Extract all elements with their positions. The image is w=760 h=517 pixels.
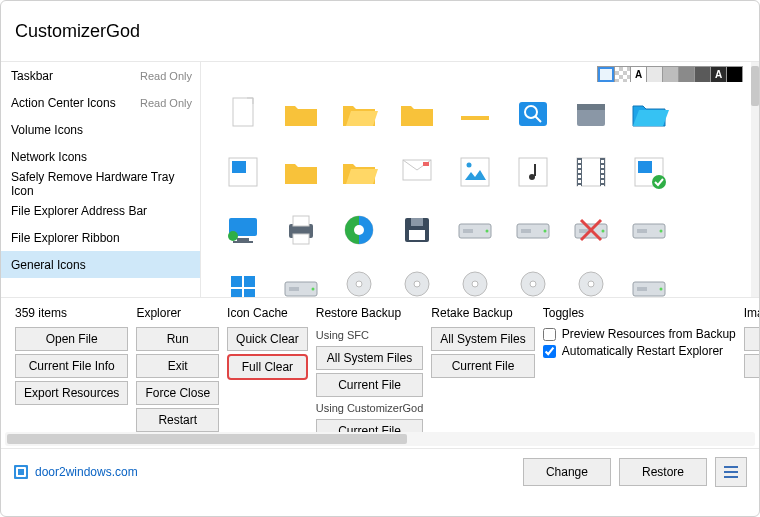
svg-point-12 [467,163,472,168]
drive3-icon[interactable] [625,206,673,254]
current-file-button[interactable]: Current File [431,354,534,378]
svg-rect-39 [293,234,309,244]
background-palette[interactable]: AA [597,66,743,82]
sidebar-item[interactable]: General Icons [1,251,200,278]
svg-point-52 [602,230,605,233]
sidebar-item[interactable]: Safely Remove Hardware Tray Icon [1,170,200,197]
monitor-icon[interactable] [219,206,267,254]
sidebar-item[interactable]: Network Icons [1,143,200,170]
music-file-icon[interactable] [509,148,557,196]
all-system-files-button[interactable]: All System Files [431,327,534,351]
palette-swatch[interactable] [614,67,630,82]
svg-rect-22 [578,170,581,173]
palette-swatch[interactable] [694,67,710,82]
toggle-preview-resources-from-backup[interactable]: Preview Resources from Backup [543,327,736,341]
dvd-rom-icon[interactable]: DVD-ROM [509,264,557,297]
svg-rect-93 [637,287,647,291]
export-resources-button[interactable]: Export Resources [15,381,128,405]
folder-generic-icon[interactable] [393,90,441,138]
folder-open2-icon[interactable] [335,148,383,196]
envelope-page-icon[interactable] [393,148,441,196]
drive2-icon[interactable] [509,206,557,254]
window-app-icon[interactable] [219,148,267,196]
current-file-button[interactable]: Current File [316,373,424,397]
drive5-icon[interactable] [625,264,673,297]
folder-alt-icon[interactable] [567,90,615,138]
hamburger-menu[interactable] [715,457,747,487]
start-tiles-icon[interactable] [219,264,267,297]
change-button[interactable]: Change [523,458,611,486]
printer-icon[interactable] [277,206,325,254]
svg-rect-18 [578,160,581,163]
palette-swatch[interactable]: A [630,67,646,82]
sidebar-item[interactable]: Volume Icons [1,116,200,143]
footer: door2windows.com Change Restore [1,448,759,494]
svg-rect-44 [409,230,425,240]
drive4-icon[interactable] [277,264,325,297]
palette-swatch[interactable] [646,67,662,82]
folder-closed-icon[interactable] [277,90,325,138]
blank-page-icon[interactable] [219,90,267,138]
icon-grid-area: AA DVDDVD-RDVD-RAMDVD-ROMDVD-RW [201,62,759,297]
restart-button[interactable]: Restart [136,408,219,432]
icon-scroll[interactable]: DVDDVD-RDVD-RAMDVD-ROMDVD-RW [201,62,751,297]
palette-swatch[interactable] [662,67,678,82]
svg-rect-47 [463,229,473,233]
restore-button[interactable]: Restore [619,458,707,486]
svg-rect-23 [601,170,604,173]
category-sidebar[interactable]: TaskbarRead OnlyAction Center IconsRead … [1,62,201,297]
picture-icon[interactable] [451,148,499,196]
toggle-automatically-restart-explorer[interactable]: Automatically Restart Explorer [543,344,736,358]
icon-scrollbar[interactable] [751,62,759,297]
folder-line-icon[interactable] [451,90,499,138]
folder-open-icon[interactable] [335,90,383,138]
open-file-button[interactable]: Open File [15,327,128,351]
exit-button[interactable]: Exit [136,354,219,378]
palette-swatch[interactable] [678,67,694,82]
folder-blue-icon[interactable] [625,90,673,138]
palette-swatch[interactable] [726,67,742,82]
all-system-files-button[interactable]: All System Files [316,346,424,370]
palette-swatch[interactable] [598,67,614,82]
drive1-icon[interactable] [451,206,499,254]
folder-back-icon[interactable] [277,148,325,196]
palette-swatch[interactable]: A [710,67,726,82]
svg-rect-1 [461,116,489,120]
dvd-r-icon[interactable]: DVD-R [393,264,441,297]
control-panel-icon[interactable] [335,206,383,254]
force-close-button[interactable]: Force Close [136,381,219,405]
run-button[interactable]: Run [136,327,219,351]
drive-x-icon[interactable] [567,206,615,254]
app-title: CustomizerGod [15,21,140,42]
svg-rect-28 [578,185,581,188]
svg-point-32 [652,175,666,189]
fit-resiz-button[interactable]: Fit Resiz [744,327,759,351]
sidebar-item[interactable]: TaskbarRead Only [1,62,200,89]
sidebar-item-label: Volume Icons [11,123,83,137]
svg-rect-25 [601,175,604,178]
sidebar-item[interactable]: Action Center IconsRead Only [1,89,200,116]
sidebar-item[interactable]: File Explorer Address Bar [1,197,200,224]
svg-rect-34 [237,238,249,241]
dvd-rw-icon[interactable]: DVD-RW [567,264,615,297]
full-clear-button[interactable]: Full Clear [227,354,308,380]
group-title: 359 items [15,306,128,320]
current-file-info-button[interactable]: Current File Info [15,354,128,378]
folder-search-icon[interactable] [509,90,557,138]
sidebar-item[interactable]: File Explorer Ribbon [1,224,200,251]
sidebar-item-label: File Explorer Ribbon [11,231,120,245]
floppy-icon[interactable] [393,206,441,254]
quick-clear-button[interactable]: Quick Clear [227,327,308,351]
website-link[interactable]: door2windows.com [13,464,138,480]
svg-rect-21 [601,165,604,168]
sidebar-item-label: File Explorer Address Bar [11,204,147,218]
bicubic-button[interactable]: Bicubic [744,354,759,378]
svg-rect-27 [601,180,604,183]
svg-point-92 [660,288,663,291]
panel-hscroll[interactable] [5,432,755,446]
logo-icon [13,464,29,480]
dvd-disc-icon[interactable]: DVD [335,264,383,297]
video-file-icon[interactable] [567,148,615,196]
dvd-ram-icon[interactable]: DVD-RAM [451,264,499,297]
app-check-icon[interactable] [625,148,673,196]
